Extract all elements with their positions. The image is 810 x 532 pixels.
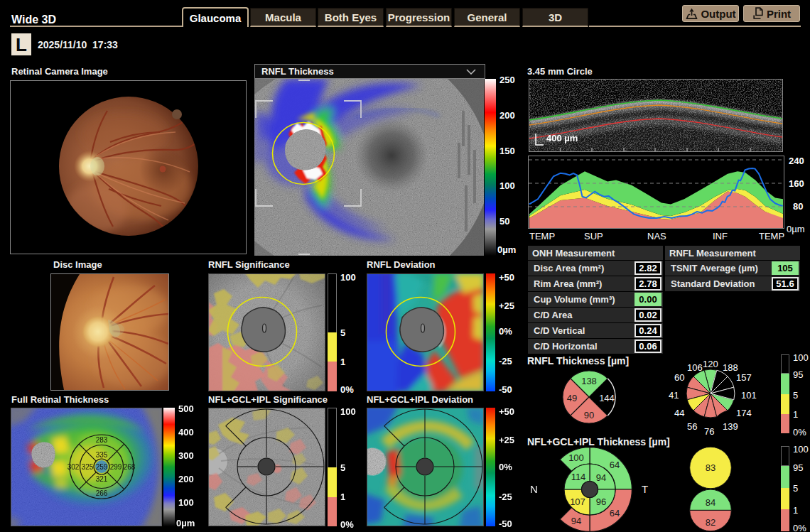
svg-text:90: 90 (584, 410, 594, 420)
svg-text:321: 321 (96, 475, 108, 483)
svg-text:96: 96 (596, 496, 606, 507)
svg-text:100: 100 (568, 452, 584, 463)
svg-text:64: 64 (610, 508, 620, 519)
svg-text:325: 325 (82, 463, 94, 471)
svg-text:268: 268 (124, 463, 136, 471)
svg-text:259: 259 (96, 463, 108, 471)
svg-text:144: 144 (599, 393, 615, 403)
svg-text:94: 94 (596, 472, 606, 483)
svg-text:94: 94 (571, 516, 581, 526)
svg-text:299: 299 (110, 463, 122, 471)
svg-text:107: 107 (570, 496, 585, 507)
svg-text:64: 64 (610, 460, 620, 470)
svg-text:400 µm: 400 µm (546, 133, 578, 143)
svg-text:83: 83 (706, 462, 716, 473)
svg-text:82: 82 (706, 517, 716, 528)
svg-text:114: 114 (571, 472, 586, 482)
svg-text:84: 84 (706, 497, 716, 508)
svg-text:138: 138 (581, 376, 597, 386)
svg-text:49: 49 (567, 393, 577, 403)
svg-text:283: 283 (96, 436, 108, 444)
svg-text:335: 335 (96, 451, 108, 459)
svg-text:266: 266 (96, 489, 108, 497)
svg-text:302: 302 (68, 463, 80, 471)
